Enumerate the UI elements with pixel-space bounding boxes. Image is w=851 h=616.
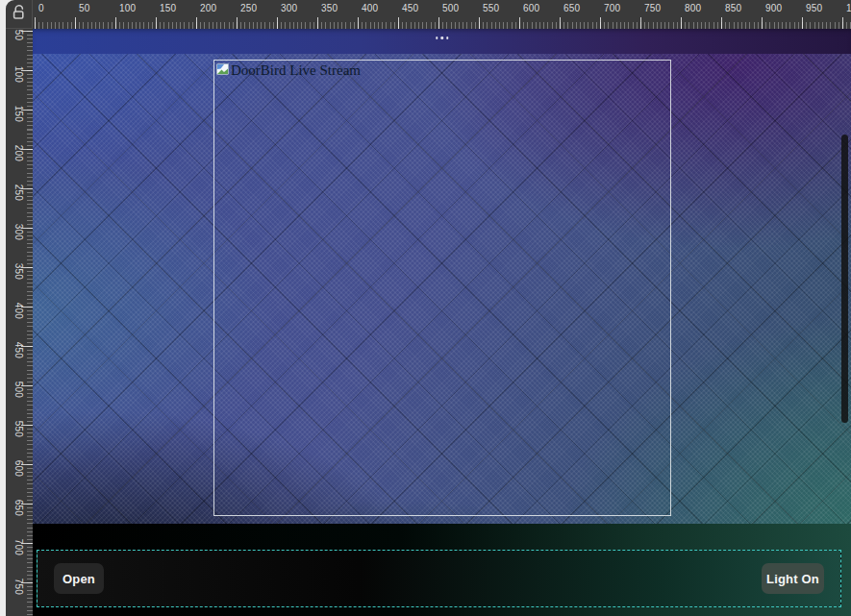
ruler-label: 850 <box>725 3 741 13</box>
ruler-label: 450 <box>402 3 418 13</box>
ruler-label: 300 <box>281 3 297 13</box>
ruler-label: 550 <box>13 420 24 436</box>
dot <box>436 37 438 39</box>
ruler-label: 800 <box>685 3 701 13</box>
ruler-label: 50 <box>79 3 90 13</box>
ruler-label: 550 <box>483 3 499 13</box>
unlock-icon[interactable] <box>12 4 27 24</box>
ruler-label: 500 <box>13 381 24 397</box>
ruler-label: 150 <box>160 3 176 13</box>
broken-image-icon <box>216 62 229 80</box>
ruler-label: 150 <box>13 105 24 121</box>
broken-image-placeholder: DoorBird Live Stream <box>216 62 361 80</box>
ruler-label: 400 <box>362 3 378 13</box>
vertical-ruler[interactable]: 5010015020025030035040045050055060065070… <box>6 29 33 616</box>
header-strip <box>33 29 851 54</box>
vertical-scrollbar[interactable] <box>841 135 848 423</box>
ruler-label: 100 <box>119 3 136 13</box>
ruler-label: 500 <box>442 3 459 13</box>
ruler-label: 600 <box>523 3 539 13</box>
ruler-label: 650 <box>563 3 580 13</box>
ruler-label: 50 <box>14 29 25 40</box>
selected-footer-section[interactable]: Open Light On <box>37 550 841 607</box>
ruler-label: 250 <box>13 184 24 200</box>
dot <box>440 37 443 39</box>
live-stream-frame[interactable]: DoorBird Live Stream <box>213 60 671 516</box>
ruler-label: 700 <box>604 3 620 13</box>
ruler-label: 750 <box>644 3 661 13</box>
ruler-label: 0 <box>38 3 44 13</box>
ruler-corner[interactable] <box>6 0 33 29</box>
ruler-label: 250 <box>240 3 257 13</box>
ruler-label: 300 <box>13 223 24 239</box>
ruler-label: 350 <box>13 262 24 279</box>
light-on-button[interactable]: Light On <box>762 563 824 594</box>
ruler-label: 200 <box>13 144 24 160</box>
ruler-label: 1000 <box>846 3 851 13</box>
ruler-label: 750 <box>13 578 24 594</box>
horizontal-ruler[interactable]: 0501001502002503003504004505005506006507… <box>33 0 851 29</box>
image-alt-text: DoorBird Live Stream <box>231 62 361 78</box>
editor-panel: 0501001502002503003504004505005506006507… <box>6 0 851 616</box>
ruler-label: 350 <box>321 3 338 13</box>
ruler-label: 450 <box>13 341 24 357</box>
ruler-label: 200 <box>200 3 216 13</box>
section-menu-icon[interactable] <box>436 37 449 39</box>
ruler-label: 650 <box>13 499 24 515</box>
ruler-label: 950 <box>806 3 822 13</box>
design-canvas[interactable]: DoorBird Live Stream Open Light On <box>33 29 851 616</box>
open-button[interactable]: Open <box>54 563 104 594</box>
dot <box>446 37 449 39</box>
ruler-label: 900 <box>765 3 782 13</box>
ruler-label: 100 <box>13 65 24 82</box>
ruler-label: 400 <box>13 302 24 318</box>
ruler-label: 600 <box>13 459 24 476</box>
ruler-label: 700 <box>13 538 24 554</box>
